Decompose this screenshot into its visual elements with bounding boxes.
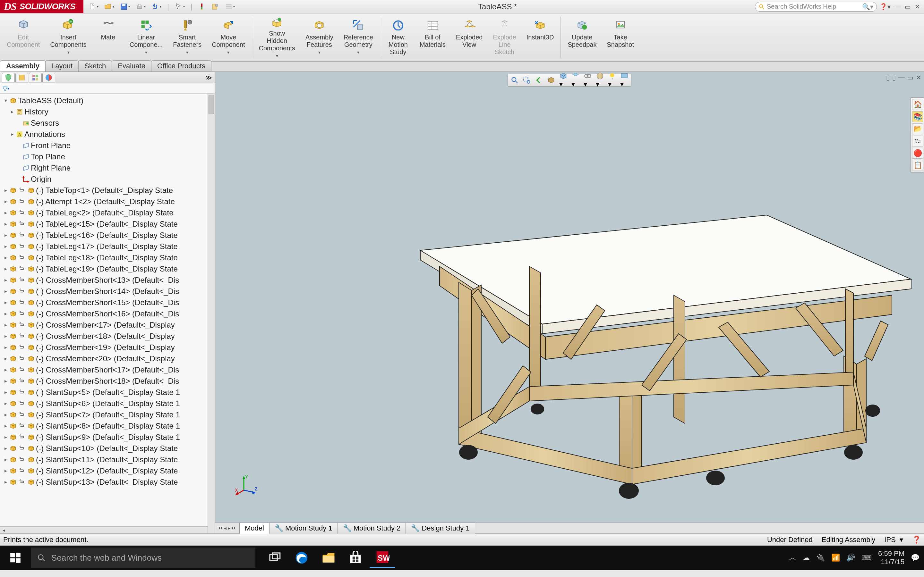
ribbon-move-button[interactable]: MoveComponent▾: [207, 15, 250, 60]
help-search-input[interactable]: Search SolidWorks Help 🔍▾: [755, 2, 877, 11]
close-button[interactable]: ✕: [915, 3, 920, 11]
section-view-button[interactable]: [547, 76, 556, 84]
tree-part-label[interactable]: (-) CrossMember<20> (Default<_Display: [36, 354, 175, 363]
feature-tree[interactable]: ▾TableASS (Default)▸HistorySensors▸AAnno…: [0, 93, 215, 526]
expand-icon[interactable]: ▸: [3, 434, 9, 440]
tree-item-history[interactable]: ▸History: [0, 106, 215, 117]
zoom-area-button[interactable]: [523, 76, 531, 84]
tree-item-label[interactable]: Front Plane: [31, 141, 71, 150]
expand-icon[interactable]: ▸: [9, 109, 15, 115]
tree-part-label[interactable]: (-) CrossMemberShort<16> (Default<_Dis: [36, 309, 179, 318]
tree-part-label[interactable]: (-) Attempt 1<2> (Default<_Display State: [36, 197, 175, 206]
tree-part-label[interactable]: (-) CrossMemberShort<15> (Default<_Dis: [36, 298, 179, 307]
tree-part-label[interactable]: (-) TableLeg<15> (Default<_Display State: [36, 219, 178, 229]
expand-icon[interactable]: ▸: [3, 423, 9, 429]
tree-item-sensors[interactable]: Sensors: [0, 117, 215, 129]
viewport-restore[interactable]: ▭: [907, 74, 913, 81]
expand-icon[interactable]: ▸: [3, 322, 9, 328]
tree-item-origin[interactable]: Origin: [0, 173, 215, 185]
tree-part[interactable]: ▸(-) CrossMember<18> (Default<_Display: [0, 330, 215, 342]
tree-part-label[interactable]: (-) SlantSup<10> (Default<_Display State: [36, 444, 178, 453]
viewport-close[interactable]: ✕: [916, 74, 921, 81]
tree-part[interactable]: ▸(-) CrossMember<19> (Default<_Display: [0, 342, 215, 353]
tree-part-label[interactable]: (-) CrossMemberShort<13> (Default<_Dis: [36, 276, 179, 285]
viewport-minimize[interactable]: —: [898, 74, 905, 81]
qat-rebuild-button[interactable]: [198, 3, 206, 11]
expand-icon[interactable]: ▸: [3, 456, 9, 463]
app-explorer[interactable]: [316, 548, 341, 568]
expand-icon[interactable]: ▸: [3, 311, 9, 317]
display-style-button[interactable]: ▾: [572, 72, 580, 89]
bottom-tab-design-study-1[interactable]: 🔧Design Study 1: [405, 522, 475, 534]
edit-appearance-button[interactable]: ▾: [596, 72, 604, 89]
tree-item-front-plane[interactable]: Front Plane: [0, 140, 215, 151]
tree-tab-property[interactable]: [15, 73, 28, 82]
tree-part[interactable]: ▸(-) CrossMemberShort<18> (Default<_Dis: [0, 376, 215, 387]
tree-scrollbar-horizontal[interactable]: ◂▸: [0, 526, 215, 533]
tree-root-label[interactable]: TableASS (Default): [18, 96, 83, 105]
bottom-tab-motion-study-1[interactable]: 🔧Motion Study 1: [269, 522, 338, 534]
qat-open-button[interactable]: ▾: [104, 3, 114, 11]
ribbon-instant-d-button[interactable]: Instant3D: [522, 15, 559, 60]
help-dropdown[interactable]: ❓▾: [879, 3, 895, 11]
tree-item-label[interactable]: History: [24, 107, 48, 116]
bottom-tab-nav[interactable]: ⏮◂▸⏭: [215, 525, 239, 531]
viewport-ctl-2[interactable]: ▯: [892, 74, 896, 81]
expand-icon[interactable]: ▸: [3, 232, 9, 238]
task-view-button[interactable]: [262, 548, 288, 568]
expand-icon[interactable]: ▸: [3, 255, 9, 261]
apply-scene-button[interactable]: ▾: [608, 72, 616, 89]
tree-part-label[interactable]: (-) SlantSup<11> (Default<_Display State: [36, 455, 178, 464]
ribbon-new-button[interactable]: NewMotionStudy: [382, 15, 414, 60]
tree-item-top-plane[interactable]: Top Plane: [0, 151, 215, 162]
tray-wifi-icon[interactable]: 📶: [831, 554, 840, 562]
expand-icon[interactable]: ▸: [3, 400, 9, 406]
tree-part-label[interactable]: (-) CrossMemberShort<17> (Default<_Dis: [36, 366, 179, 374]
qat-print-button[interactable]: ▾: [136, 3, 145, 11]
ribbon-exploded-button[interactable]: ExplodedView: [451, 15, 487, 60]
tray-onedrive-icon[interactable]: ☁: [803, 554, 810, 562]
tree-part-label[interactable]: (-) CrossMemberShort<18> (Default<_Dis: [36, 377, 179, 386]
expand-icon[interactable]: ▸: [3, 333, 9, 339]
viewport-ctl-1[interactable]: ▯: [886, 74, 890, 81]
app-edge[interactable]: [289, 548, 314, 568]
tree-filter[interactable]: ▽▾: [0, 83, 215, 93]
tree-part-label[interactable]: (-) TableLeg<18> (Default<_Display State: [36, 253, 178, 262]
expand-icon[interactable]: ▾: [3, 97, 9, 103]
taskpane-view-palette[interactable]: 🗂: [912, 135, 923, 147]
qat-save-button[interactable]: ▾: [120, 3, 130, 11]
tab-assembly[interactable]: Assembly: [0, 60, 45, 71]
expand-icon[interactable]: ▸: [3, 412, 9, 418]
expand-icon[interactable]: ▸: [3, 356, 9, 362]
expand-icon[interactable]: ▸: [3, 479, 9, 485]
tree-part-label[interactable]: (-) SlantSup<6> (Default<_Display State …: [36, 399, 180, 408]
taskpane-appearances[interactable]: 🔴: [912, 148, 923, 159]
tree-part-label[interactable]: (-) CrossMember<17> (Default<_Display: [36, 321, 175, 330]
tree-part-label[interactable]: (-) SlantSup<12> (Default<_Display State: [36, 466, 178, 475]
tree-part[interactable]: ▸(-) SlantSup<13> (Default<_Display Stat…: [0, 476, 215, 488]
tree-part[interactable]: ▸(-) SlantSup<5> (Default<_Display State…: [0, 387, 215, 398]
expand-icon[interactable]: ▸: [3, 468, 9, 474]
expand-icon[interactable]: ▸: [3, 300, 9, 306]
tree-tab-feature[interactable]: [2, 73, 15, 82]
qat-select-button[interactable]: ▾: [175, 3, 185, 11]
zoom-fit-button[interactable]: [510, 76, 519, 84]
tree-root[interactable]: ▾TableASS (Default): [0, 95, 215, 106]
expand-icon[interactable]: ▸: [3, 367, 9, 373]
expand-icon[interactable]: ▸: [3, 187, 9, 193]
graphics-viewport[interactable]: ▾ ▾ ▾ ▾ ▾ ▾ ▯ ▯ — ▭ ✕ 🏠 📚 📂 🗂 🔴 📋 Y X: [215, 72, 924, 533]
tab-layout[interactable]: Layout: [45, 60, 79, 71]
tree-item-label[interactable]: Right Plane: [31, 163, 71, 172]
taskpane-home[interactable]: 🏠: [912, 99, 923, 110]
ribbon-bill-of-button[interactable]: Bill ofMaterials: [415, 15, 451, 60]
tree-part-label[interactable]: (-) CrossMemberShort<14> (Default<_Dis: [36, 287, 179, 296]
ribbon-reference-button[interactable]: ReferenceGeometry▾: [339, 15, 378, 60]
tree-tab-display[interactable]: [42, 73, 55, 82]
taskpane-file-explorer[interactable]: 📂: [912, 123, 923, 134]
ribbon-smart-button[interactable]: SmartFasteners▾: [168, 15, 206, 60]
qat-new-button[interactable]: ▾: [89, 3, 99, 11]
tab-office-products[interactable]: Office Products: [151, 60, 212, 71]
tree-part[interactable]: ▸(-) CrossMemberShort<15> (Default<_Dis: [0, 297, 215, 308]
ribbon-update-button[interactable]: UpdateSpeedpak: [563, 15, 601, 60]
expand-icon[interactable]: ▸: [3, 210, 9, 216]
